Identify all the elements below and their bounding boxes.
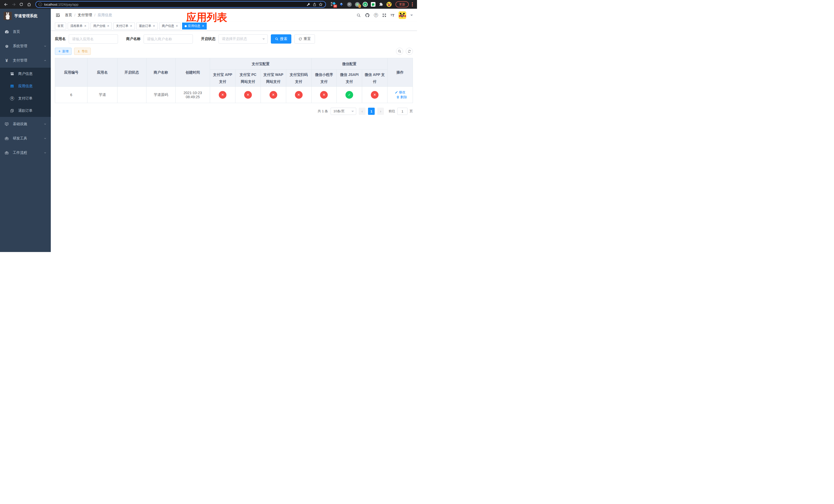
close-icon[interactable]: ✕ xyxy=(130,24,132,28)
status-check-icon[interactable] xyxy=(346,91,353,99)
toggle-search-button[interactable] xyxy=(396,48,403,55)
extension-emoji-icon[interactable] xyxy=(386,2,392,7)
column-header-alipay-app: 支付宝 APP 支付 xyxy=(210,70,236,87)
fullscreen-icon[interactable] xyxy=(382,13,387,18)
breadcrumb-payment[interactable]: 支付管理 xyxy=(78,13,92,18)
back-icon[interactable] xyxy=(3,1,9,8)
help-icon[interactable]: ? xyxy=(374,13,378,17)
dashboard-icon xyxy=(4,30,9,34)
breadcrumb-home[interactable]: 首页 xyxy=(65,13,72,18)
tag-home[interactable]: 首页 xyxy=(55,23,66,29)
page-size-select[interactable]: 10条/页 xyxy=(331,108,356,115)
cell-wx-app xyxy=(362,87,388,103)
breadcrumb: 首页 / 支付管理 / 应用信息 xyxy=(65,13,112,18)
sidebar-logo[interactable]: 芋道管理系统 xyxy=(0,9,51,23)
status-x-icon[interactable] xyxy=(269,91,277,99)
password-key-icon[interactable] xyxy=(306,2,311,6)
close-icon[interactable]: ✕ xyxy=(84,24,86,28)
tag-merchant-info[interactable]: 商户信息 ✕ xyxy=(159,23,180,29)
reload-icon[interactable] xyxy=(18,1,25,8)
extension-kite-icon[interactable] xyxy=(338,2,344,7)
sidebar-item-workflow[interactable]: 工作流程 xyxy=(0,145,51,160)
status-x-icon[interactable] xyxy=(295,91,303,99)
close-icon[interactable]: ✕ xyxy=(202,24,204,28)
close-icon[interactable]: ✕ xyxy=(176,24,178,28)
sidebar-item-infrastructure[interactable]: 基础设施 xyxy=(0,117,51,131)
sidebar-item-refund-orders[interactable]: 退款订单 xyxy=(0,105,51,117)
extension-command-icon[interactable]: ⌘ xyxy=(347,2,352,7)
sidebar-menu: 首页 系统管理 ¥ 支付管理 xyxy=(0,23,51,160)
browser-menu-kebab-icon[interactable] xyxy=(410,2,414,7)
search-icon[interactable] xyxy=(356,13,361,18)
site-info-icon[interactable]: i xyxy=(39,3,42,6)
sidebar-item-merchant-info[interactable]: 商户信息 xyxy=(0,68,51,80)
sidebar-collapse-icon[interactable] xyxy=(54,12,61,19)
add-button[interactable]: 新增 xyxy=(55,48,71,55)
browser-chrome: i localhost:1024/pay/app 10 ⌘ 1 xyxy=(0,0,417,9)
cell-status xyxy=(117,87,146,103)
main-area: 应用列表 首页 / 支付管理 / 应用信息 xyxy=(51,9,417,252)
column-header-alipay-qr: 支付宝扫码支付 xyxy=(286,70,311,87)
cell-operations: 修改 删除 xyxy=(388,87,413,103)
tag-refund-orders[interactable]: 退款订单 ✕ xyxy=(136,23,158,29)
sidebar-item-system[interactable]: 系统管理 xyxy=(0,39,51,53)
url-path: :1024/pay/app xyxy=(57,3,78,6)
tag-payment-orders[interactable]: 支付订单 ✕ xyxy=(113,23,135,29)
page-number-1[interactable]: 1 xyxy=(368,108,375,115)
export-button[interactable]: 导出 xyxy=(74,48,91,55)
sidebar-item-label: 支付订单 xyxy=(18,96,47,101)
sidebar-item-dev-tools[interactable]: 研发工具 xyxy=(0,131,51,145)
extensions-puzzle-icon[interactable] xyxy=(378,2,384,7)
status-select[interactable]: 请选择开启状态 xyxy=(219,35,268,44)
home-icon[interactable] xyxy=(26,1,32,8)
tag-process-form[interactable]: 流程表单 ✕ xyxy=(68,23,89,29)
search-button[interactable]: 搜索 xyxy=(271,35,291,44)
font-size-icon[interactable]: TT xyxy=(391,13,394,18)
next-page-button[interactable]: › xyxy=(377,108,384,115)
tag-label: 应用信息 xyxy=(188,24,200,28)
delete-link[interactable]: 删除 xyxy=(396,95,407,99)
close-icon[interactable]: ✕ xyxy=(153,24,155,28)
share-icon[interactable] xyxy=(313,3,316,6)
sidebar-item-home[interactable]: 首页 xyxy=(0,25,51,39)
status-x-icon[interactable] xyxy=(244,91,252,99)
apps-table: 应用编号 应用名 开启状态 商户名称 创建时间 支付宝配置 微信配置 操作 支付… xyxy=(55,58,413,103)
bookmark-star-icon[interactable] xyxy=(319,2,323,7)
extension-recorder-icon[interactable]: 1 xyxy=(354,2,360,7)
app-name-input[interactable] xyxy=(69,35,118,44)
extensions-tray: 10 ⌘ 1 y xyxy=(329,2,393,7)
status-x-icon[interactable] xyxy=(371,91,378,99)
sidebar-item-payment[interactable]: ¥ 支付管理 xyxy=(0,53,51,68)
url-text[interactable]: localhost:1024/pay/app xyxy=(44,3,79,6)
extension-yuque-icon[interactable]: y xyxy=(363,2,368,7)
extension-chat-icon[interactable] xyxy=(370,2,376,7)
status-x-icon[interactable] xyxy=(219,91,226,99)
tag-user-group[interactable]: 用户分组 ✕ xyxy=(90,23,112,29)
goto-page-input[interactable] xyxy=(397,108,408,115)
github-icon[interactable] xyxy=(365,13,370,18)
forward-icon[interactable] xyxy=(10,1,17,8)
sidebar-item-label: 工作流程 xyxy=(13,151,44,155)
grid-table-icon xyxy=(10,84,14,88)
sidebar-item-payment-orders[interactable]: ¥ 支付订单 xyxy=(0,92,51,105)
screen: i localhost:1024/pay/app 10 ⌘ 1 xyxy=(0,0,417,252)
refresh-button[interactable] xyxy=(406,48,413,55)
sidebar: 芋道管理系统 首页 系统管理 xyxy=(0,9,51,252)
column-header-alipay-wap: 支付宝 WAP 网站支付 xyxy=(261,70,286,87)
status-select-placeholder: 请选择开启状态 xyxy=(222,37,262,41)
prev-page-button[interactable]: ‹ xyxy=(359,108,366,115)
reset-button[interactable]: 重置 xyxy=(294,35,315,44)
tag-app-info[interactable]: 应用信息 ✕ xyxy=(182,23,207,29)
status-x-icon[interactable] xyxy=(320,91,328,99)
close-icon[interactable]: ✕ xyxy=(107,24,109,28)
sidebar-item-label: 商户信息 xyxy=(18,71,47,76)
url-bar[interactable]: i localhost:1024/pay/app xyxy=(36,1,326,8)
merchant-name-input[interactable] xyxy=(144,35,193,44)
sidebar-item-app-info[interactable]: 应用信息 xyxy=(0,80,51,92)
extension-pinned-icon[interactable]: 10 xyxy=(331,2,336,7)
avatar-caret-icon[interactable] xyxy=(410,15,413,17)
edit-link[interactable]: 修改 xyxy=(395,90,405,95)
avatar[interactable] xyxy=(398,11,406,19)
column-group-wechat: 微信配置 xyxy=(311,58,388,70)
browser-update-button[interactable]: 更新 xyxy=(395,1,409,7)
